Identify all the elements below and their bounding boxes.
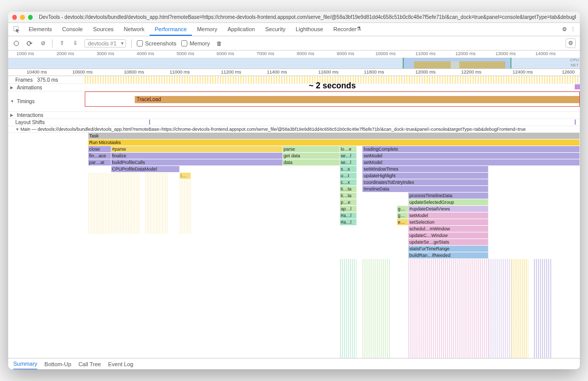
- flame-segment[interactable]: setModel: [408, 212, 488, 219]
- overview-timeline[interactable]: 1000 ms 2000 ms 3000 ms 4000 ms 5000 ms …: [8, 51, 580, 69]
- ruler-tick: 11400 ms: [267, 69, 287, 75]
- flame-segment[interactable]: par…at: [88, 159, 111, 165]
- flame-segment[interactable]: #a…l: [340, 212, 357, 219]
- flame-segment[interactable]: updateC…Window: [408, 232, 488, 239]
- tab-sources[interactable]: Sources: [88, 23, 118, 36]
- overview-selection[interactable]: [403, 58, 511, 68]
- interactions-body[interactable]: [85, 112, 580, 118]
- flame-segment[interactable]: setModel: [362, 153, 580, 159]
- flame-segment[interactable]: ti…ta: [340, 186, 357, 192]
- flame-segment[interactable]: u…t: [340, 173, 357, 179]
- record-button[interactable]: [12, 39, 20, 47]
- flame-segment[interactable]: processTimelineData: [408, 193, 488, 199]
- zoom-window-icon[interactable]: [28, 15, 33, 20]
- flame-segment[interactable]: updateSe…geStats: [408, 239, 488, 245]
- layout-shift-bar[interactable]: [149, 120, 150, 125]
- close-window-icon[interactable]: [12, 15, 17, 20]
- capture-settings-icon[interactable]: ⚙: [566, 38, 576, 48]
- clear-button[interactable]: ⊘: [39, 39, 47, 47]
- flame-segment[interactable]: buildRan…ifNeeded: [408, 252, 488, 258]
- tab-recorder[interactable]: Recorder ⚗: [328, 23, 366, 36]
- tab-memory[interactable]: Memory: [192, 23, 223, 36]
- flame-segment[interactable]: #a…l: [340, 219, 357, 225]
- download-icon[interactable]: ⇩: [71, 39, 79, 47]
- flame-tail: [408, 259, 488, 358]
- flame-segment[interactable]: #updateDetailViews: [408, 206, 488, 212]
- tab-network[interactable]: Network: [119, 23, 150, 36]
- flame-segment[interactable]: p…e: [340, 199, 357, 205]
- tab-console[interactable]: Console: [57, 23, 88, 36]
- flame-row: statsForTimeRange: [8, 246, 580, 252]
- flame-segment[interactable]: se…l: [340, 159, 357, 165]
- flame-segment[interactable]: Run Microtasks: [88, 139, 580, 146]
- flame-segment[interactable]: g…: [397, 206, 408, 212]
- flame-row: Run Microtasks: [8, 139, 580, 146]
- flame-segment[interactable]: finalize: [111, 153, 283, 159]
- flame-segment[interactable]: c…x: [340, 179, 357, 185]
- flame-segment[interactable]: e…: [397, 219, 408, 225]
- screenshots-checkbox[interactable]: Screenshots: [137, 40, 176, 46]
- flame-segment[interactable]: coordinatesToEntryIndex: [362, 179, 488, 185]
- flame-segment[interactable]: #parse: [111, 146, 283, 152]
- flame-segment[interactable]: ti…ta: [340, 193, 357, 199]
- flame-segment[interactable]: lo…e: [340, 146, 357, 152]
- trash-icon[interactable]: 🗑: [215, 39, 223, 47]
- flame-segment[interactable]: updateSelectedGroup: [408, 199, 488, 205]
- flame-segment[interactable]: close: [88, 146, 111, 152]
- layout-shift-bar[interactable]: [575, 120, 576, 125]
- tab-bottom-up[interactable]: Bottom-Up: [44, 361, 71, 367]
- tab-lighthouse[interactable]: Lighthouse: [290, 23, 328, 36]
- animation-bar[interactable]: [575, 84, 580, 89]
- flame-segment[interactable]: loadingComplete: [362, 146, 580, 152]
- flame-segment[interactable]: parse: [283, 146, 340, 152]
- main-thread-label[interactable]: ▼Main — devtools://devtools/bundled/devt…: [8, 126, 580, 133]
- flame-segment[interactable]: setWindowTimes: [362, 166, 488, 172]
- more-icon[interactable]: ⋮: [570, 26, 576, 33]
- minimize-window-icon[interactable]: [20, 15, 24, 20]
- flame-segment[interactable]: updateHighlight: [362, 173, 488, 179]
- animations-label[interactable]: ▶Animations: [8, 84, 85, 91]
- tab-event-log[interactable]: Event Log: [108, 361, 134, 367]
- flame-segment[interactable]: fin…ace: [88, 153, 111, 159]
- flame-segment[interactable]: buildProfileCalls: [111, 159, 283, 165]
- flame-segment[interactable]: statsForTimeRange: [408, 246, 488, 252]
- tab-elements[interactable]: Elements: [23, 23, 57, 36]
- flame-segment[interactable]: Task: [88, 133, 580, 139]
- tab-security[interactable]: Security: [260, 23, 290, 36]
- settings-icon[interactable]: ⚙: [562, 26, 567, 33]
- flame-segment[interactable]: schedul…mWindow: [408, 226, 488, 232]
- interactions-label[interactable]: ▶Interactions: [8, 112, 85, 118]
- flame-segment[interactable]: get data: [283, 153, 340, 159]
- ruler-tick: 11000 ms: [415, 51, 436, 56]
- tab-application[interactable]: Application: [223, 23, 260, 36]
- flame-segment[interactable]: g…: [397, 212, 408, 219]
- trace-load-bar[interactable]: TraceLoad: [135, 96, 579, 103]
- tab-call-tree[interactable]: Call Tree: [79, 361, 101, 367]
- flame-segment[interactable]: s…s: [340, 166, 357, 172]
- session-select[interactable]: devtools #1: [84, 39, 126, 47]
- flame-segment[interactable]: setSelection: [408, 219, 488, 225]
- flame-segment[interactable]: CPUProfileDataModel: [111, 166, 180, 172]
- ruler-tick: 2000 ms: [57, 51, 75, 56]
- tab-performance[interactable]: Performance: [150, 23, 192, 36]
- reload-record-button[interactable]: ⟳: [26, 39, 34, 47]
- flame-segment[interactable]: se…l: [340, 153, 357, 159]
- flame-chart[interactable]: TaskRun Microtasksclose#parseparselo…elo…: [8, 133, 580, 358]
- flame-segment[interactable]: ap…l: [340, 206, 357, 212]
- inspect-icon[interactable]: [10, 23, 23, 36]
- ruler-tick: 11800 ms: [364, 69, 384, 75]
- flame-segment[interactable]: timelineData: [362, 186, 488, 192]
- memory-checkbox[interactable]: Memory: [181, 40, 210, 46]
- ruler-tick: 9000 ms: [337, 51, 355, 56]
- animations-label-text: Animations: [17, 85, 42, 90]
- tracks-area: Frames 375.0 ms ▶Animations ▼Timings ~ 2…: [8, 76, 580, 358]
- overview-body[interactable]: CPU NET: [8, 58, 580, 68]
- upload-icon[interactable]: ⇧: [58, 39, 66, 47]
- layout-shifts-body[interactable]: [85, 119, 580, 125]
- timings-label[interactable]: ▼Timings: [8, 91, 85, 111]
- tab-summary[interactable]: Summary: [13, 359, 37, 370]
- flame-segment[interactable]: setModel: [362, 159, 580, 165]
- overview-ruler: 1000 ms 2000 ms 3000 ms 4000 ms 5000 ms …: [8, 51, 580, 58]
- flame-segment[interactable]: data: [283, 159, 340, 165]
- timings-body[interactable]: ~ 2 seconds TraceLoad: [85, 91, 580, 111]
